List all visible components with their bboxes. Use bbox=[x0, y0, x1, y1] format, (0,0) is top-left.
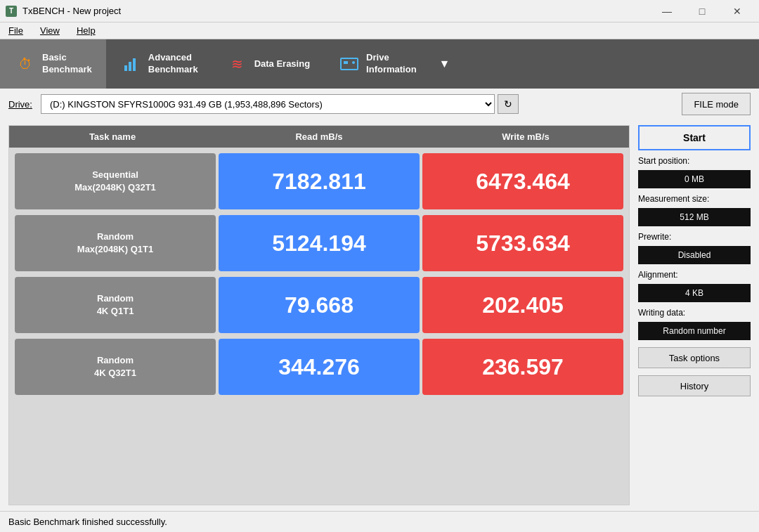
menu-help[interactable]: Help bbox=[74, 24, 98, 37]
advanced-benchmark-icon bbox=[120, 53, 143, 75]
row-0-write: 6473.464 bbox=[422, 153, 623, 209]
start-button[interactable]: Start bbox=[638, 125, 751, 150]
close-button[interactable]: ✕ bbox=[721, 3, 753, 20]
main-panel: Task name Read mB/s Write mB/s Sequentia… bbox=[0, 119, 759, 511]
table-row: RandomMax(2048K) Q1T1 5124.194 5733.634 bbox=[15, 215, 623, 271]
tab-data-erasing[interactable]: ≋ Data Erasing bbox=[212, 39, 324, 89]
svg-rect-1 bbox=[129, 62, 131, 71]
minimize-button[interactable]: — bbox=[651, 3, 683, 20]
toolbar-more-button[interactable]: ▼ bbox=[431, 39, 459, 89]
title-bar: T TxBENCH - New project — □ ✕ bbox=[0, 0, 759, 22]
window-controls: — □ ✕ bbox=[651, 3, 753, 20]
prewrite-value: Disabled bbox=[638, 246, 751, 264]
writing-data-label: Writing data: bbox=[638, 308, 751, 318]
tab-drive-information[interactable]: DriveInformation bbox=[324, 39, 431, 89]
start-position-label: Start position: bbox=[638, 156, 751, 166]
prewrite-label: Prewrite: bbox=[638, 232, 751, 242]
row-2-name: Random4K Q1T1 bbox=[15, 277, 216, 333]
svg-rect-2 bbox=[133, 58, 136, 71]
row-1-read: 5124.194 bbox=[219, 215, 420, 271]
table-row: SequentialMax(2048K) Q32T1 7182.811 6473… bbox=[15, 153, 623, 209]
drive-information-icon bbox=[338, 53, 361, 75]
col-read: Read mB/s bbox=[216, 131, 422, 142]
basic-benchmark-icon: ⏱ bbox=[14, 53, 37, 75]
file-mode-button[interactable]: FILE mode bbox=[682, 93, 751, 115]
tab-advanced-benchmark[interactable]: AdvancedBenchmark bbox=[106, 39, 212, 89]
writing-data-value: Random number bbox=[638, 322, 751, 340]
drive-information-label: DriveInformation bbox=[366, 52, 417, 76]
basic-benchmark-label: BasicBenchmark bbox=[42, 52, 92, 76]
row-0-read: 7182.811 bbox=[219, 153, 420, 209]
title-bar-left: T TxBENCH - New project bbox=[6, 6, 121, 17]
tab-basic-benchmark[interactable]: ⏱ BasicBenchmark bbox=[0, 39, 106, 89]
right-panel: Start Start position: 0 MB Measurement s… bbox=[638, 125, 751, 505]
drive-row: Drive: (D:) KINGSTON SFYRS1000G 931.49 G… bbox=[0, 89, 759, 119]
row-3-write: 236.597 bbox=[422, 339, 623, 395]
drive-label: Drive: bbox=[8, 99, 32, 110]
row-2-write: 202.405 bbox=[422, 277, 623, 333]
start-position-value: 0 MB bbox=[638, 170, 751, 188]
maximize-button[interactable]: □ bbox=[686, 3, 718, 20]
row-3-name: Random4K Q32T1 bbox=[15, 339, 216, 395]
svg-rect-0 bbox=[124, 65, 127, 71]
drive-select-wrapper: (D:) KINGSTON SFYRS1000G 931.49 GB (1,95… bbox=[41, 94, 519, 114]
table-row: Random4K Q32T1 344.276 236.597 bbox=[15, 339, 623, 395]
table-header: Task name Read mB/s Write mB/s bbox=[9, 126, 629, 148]
menu-bar: File View Help bbox=[0, 22, 759, 39]
content-area: Drive: (D:) KINGSTON SFYRS1000G 931.49 G… bbox=[0, 89, 759, 511]
col-write: Write mB/s bbox=[422, 131, 629, 142]
measurement-size-value: 512 MB bbox=[638, 208, 751, 226]
task-options-button[interactable]: Task options bbox=[638, 347, 751, 368]
alignment-label: Alignment: bbox=[638, 270, 751, 280]
drive-refresh-button[interactable]: ↻ bbox=[498, 94, 519, 114]
drive-select[interactable]: (D:) KINGSTON SFYRS1000G 931.49 GB (1,95… bbox=[41, 94, 495, 114]
table-body: SequentialMax(2048K) Q32T1 7182.811 6473… bbox=[9, 148, 629, 505]
menu-view[interactable]: View bbox=[37, 24, 63, 37]
history-button[interactable]: History bbox=[638, 375, 751, 396]
benchmark-table: Task name Read mB/s Write mB/s Sequentia… bbox=[8, 125, 630, 505]
col-task-name: Task name bbox=[9, 131, 216, 142]
data-erasing-icon: ≋ bbox=[226, 53, 249, 75]
toolbar: ⏱ BasicBenchmark AdvancedBenchmark ≋ Dat… bbox=[0, 39, 759, 89]
alignment-value: 4 KB bbox=[638, 284, 751, 302]
data-erasing-label: Data Erasing bbox=[254, 58, 310, 70]
status-message: Basic Benchmark finished successfully. bbox=[8, 517, 167, 527]
row-1-write: 5733.634 bbox=[422, 215, 623, 271]
svg-rect-3 bbox=[341, 58, 358, 70]
advanced-benchmark-label: AdvancedBenchmark bbox=[148, 52, 198, 76]
measurement-size-label: Measurement size: bbox=[638, 194, 751, 204]
row-3-read: 344.276 bbox=[219, 339, 420, 395]
status-bar: Basic Benchmark finished successfully. bbox=[0, 511, 759, 532]
app-title: TxBENCH - New project bbox=[22, 6, 121, 16]
menu-file[interactable]: File bbox=[6, 24, 26, 37]
app-icon: T bbox=[6, 6, 17, 17]
svg-point-5 bbox=[352, 61, 355, 64]
table-row: Random4K Q1T1 79.668 202.405 bbox=[15, 277, 623, 333]
row-0-name: SequentialMax(2048K) Q32T1 bbox=[15, 153, 216, 209]
svg-rect-4 bbox=[344, 61, 348, 64]
row-1-name: RandomMax(2048K) Q1T1 bbox=[15, 215, 216, 271]
row-2-read: 79.668 bbox=[219, 277, 420, 333]
